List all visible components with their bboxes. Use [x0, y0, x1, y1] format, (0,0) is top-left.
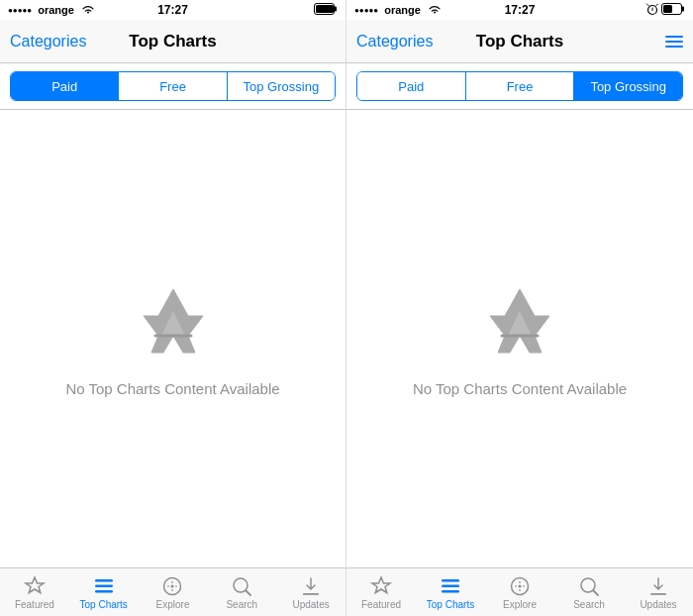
phone-panel-left: ●●●●● orange 17:27 CategoriesTop ChartsP… — [0, 0, 346, 616]
segment-btn-top-grossing[interactable]: Top Grossing — [228, 72, 335, 100]
svg-rect-2 — [316, 5, 334, 13]
status-left: ●●●●● orange — [8, 4, 95, 17]
nav-bar: CategoriesTop Charts — [346, 20, 693, 63]
svg-rect-24 — [650, 593, 666, 595]
list-icon — [92, 575, 116, 597]
svg-line-10 — [247, 590, 251, 595]
hamburger-line — [665, 46, 683, 48]
search-icon — [577, 575, 601, 597]
wifi-icon — [428, 4, 442, 17]
svg-rect-1 — [335, 7, 338, 12]
phone-panel-right: ●●●●● orange 17:27 CategoriesTop Charts — [346, 0, 693, 616]
tab-explore[interactable]: Explore — [139, 568, 208, 616]
battery-icon — [661, 3, 685, 17]
compass-icon — [508, 575, 532, 597]
svg-rect-18 — [442, 584, 459, 587]
status-right — [314, 3, 338, 17]
svg-rect-17 — [442, 579, 459, 582]
wifi-icon — [81, 4, 95, 17]
tab-label: Updates — [292, 599, 329, 610]
svg-point-21 — [519, 584, 522, 587]
hamburger-line — [665, 41, 683, 43]
segment-btn-paid[interactable]: Paid — [11, 72, 119, 100]
tab-search[interactable]: Search — [207, 568, 276, 616]
nav-bar: CategoriesTop Charts — [0, 20, 346, 63]
carrier-label: orange — [38, 4, 74, 16]
tab-label: Featured — [361, 599, 401, 610]
tab-updates[interactable]: Updates — [624, 568, 693, 616]
segment-control: PaidFreeTop Grossing — [346, 63, 693, 110]
page-title: Top Charts — [476, 32, 563, 51]
status-left: ●●●●● orange — [354, 4, 442, 17]
tab-label: Featured — [15, 599, 54, 610]
tab-label: Search — [573, 599, 605, 610]
tab-featured[interactable]: Featured — [0, 568, 69, 616]
hamburger-line — [665, 36, 683, 38]
tab-label: Top Charts — [80, 599, 128, 610]
status-right — [646, 3, 685, 17]
svg-point-8 — [171, 584, 174, 587]
svg-rect-14 — [682, 7, 685, 12]
svg-rect-4 — [95, 579, 113, 582]
page-title: Top Charts — [129, 32, 216, 51]
menu-icon[interactable] — [665, 36, 683, 48]
alarm-icon — [646, 3, 658, 17]
tab-search[interactable]: Search — [554, 568, 624, 616]
search-icon — [230, 575, 253, 597]
compass-icon — [160, 575, 184, 597]
svg-rect-5 — [95, 584, 113, 587]
segment-btn-paid[interactable]: Paid — [357, 72, 466, 100]
star-icon — [369, 575, 393, 597]
tab-updates[interactable]: Updates — [276, 568, 346, 616]
list-icon — [439, 575, 462, 597]
download-icon — [299, 575, 323, 597]
tab-label: Updates — [640, 599, 676, 610]
app-store-icon — [480, 281, 559, 364]
empty-message: No Top Charts Content Available — [65, 380, 279, 397]
svg-rect-11 — [303, 593, 319, 595]
signal-dots: ●●●●● — [8, 6, 32, 15]
content-area: No Top Charts Content Available — [0, 110, 346, 567]
svg-rect-6 — [95, 590, 113, 593]
segment-btn-free[interactable]: Free — [119, 72, 227, 100]
categories-button[interactable]: Categories — [356, 33, 433, 51]
svg-rect-15 — [663, 5, 672, 13]
tab-bar: Featured Top Charts Explore Search Updat… — [346, 567, 693, 616]
tab-top-charts[interactable]: Top Charts — [416, 568, 485, 616]
signal-dots: ●●●●● — [354, 6, 378, 15]
star-icon — [23, 575, 47, 597]
tab-explore[interactable]: Explore — [485, 568, 554, 616]
content-area: No Top Charts Content Available — [346, 110, 693, 567]
download-icon — [646, 575, 670, 597]
tab-label: Explore — [503, 599, 537, 610]
battery-icon — [314, 3, 338, 17]
empty-message: No Top Charts Content Available — [413, 380, 627, 397]
status-time: 17:27 — [157, 3, 188, 17]
carrier-label: orange — [384, 4, 421, 16]
svg-line-23 — [594, 590, 599, 595]
segment-btn-top-grossing[interactable]: Top Grossing — [574, 72, 682, 100]
segment-control: PaidFreeTop Grossing — [0, 63, 346, 110]
segment-btn-free[interactable]: Free — [466, 72, 575, 100]
status-bar: ●●●●● orange 17:27 — [0, 0, 346, 20]
status-bar: ●●●●● orange 17:27 — [346, 0, 693, 20]
app-store-icon — [134, 281, 213, 364]
tab-label: Top Charts — [427, 599, 474, 610]
tab-label: Explore — [156, 599, 190, 610]
status-time: 17:27 — [505, 3, 536, 17]
tab-bar: Featured Top Charts Explore Search Updat… — [0, 567, 346, 616]
categories-button[interactable]: Categories — [10, 33, 86, 51]
tab-featured[interactable]: Featured — [346, 568, 416, 616]
tab-top-charts[interactable]: Top Charts — [69, 568, 139, 616]
svg-rect-19 — [442, 590, 459, 593]
tab-label: Search — [226, 599, 257, 610]
